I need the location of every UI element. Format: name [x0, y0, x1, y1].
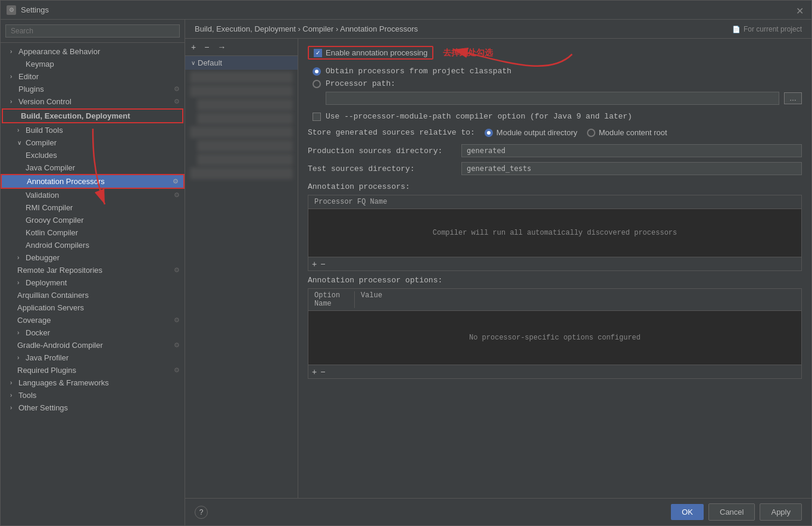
processor-path-input[interactable] — [326, 92, 779, 105]
navigate-profile-button[interactable]: → — [215, 41, 228, 53]
gear-icon: ⚙ — [174, 98, 180, 105]
sidebar-item-remote-jar[interactable]: Remote Jar Repositories ⚙ — [1, 264, 185, 276]
sidebar-item-java-profiler[interactable]: › Java Profiler — [1, 351, 185, 364]
processor-module-path-row: Use --processor-module-path compiler opt… — [313, 112, 802, 121]
annotation-processors-table: Processor FQ Name Compiler will run all … — [308, 195, 802, 271]
sidebar-item-java-compiler[interactable]: Java Compiler — [1, 161, 185, 174]
sidebar-item-compiler[interactable]: ∨ Compiler — [1, 136, 185, 149]
search-box — [1, 20, 185, 43]
blurred-profile-row — [197, 113, 293, 125]
processor-path-radio[interactable] — [313, 80, 321, 88]
panel-body: + − → ∨ Default — [185, 39, 811, 498]
sidebar-item-languages[interactable]: › Languages & Frameworks — [1, 376, 185, 389]
profile-item-default[interactable]: ∨ Default — [185, 56, 298, 70]
enable-annotation-checkbox-wrap: Enable annotation processing — [308, 46, 433, 60]
sidebar-item-gradle-android[interactable]: Gradle-Android Compiler ⚙ — [1, 339, 185, 351]
gear-icon: ⚙ — [174, 85, 180, 93]
sidebar-item-editor[interactable]: › Editor — [1, 70, 185, 83]
enable-annotation-checkbox[interactable] — [314, 49, 322, 57]
obtain-processors-radio[interactable] — [313, 67, 321, 76]
sidebar-item-version-control[interactable]: › Version Control ⚙ — [1, 95, 185, 108]
sidebar-item-required-plugins[interactable]: Required Plugins ⚙ — [1, 364, 185, 376]
store-generated-row: Store generated sources relative to: Mod… — [308, 128, 802, 137]
sidebar-item-appearance[interactable]: › Appearance & Behavior — [1, 45, 185, 58]
sidebar-item-build-exec[interactable]: Build, Execution, Deployment — [2, 108, 183, 123]
gear-icon: ⚙ — [173, 178, 179, 185]
profile-list: ∨ Default — [185, 56, 298, 498]
sidebar-item-android-compilers[interactable]: Android Compilers — [1, 239, 185, 251]
blurred-profile-row — [190, 167, 293, 179]
annotation-processors-table-body: Compiler will run all automatically disc… — [308, 209, 801, 257]
sidebar-item-rmi-compiler[interactable]: RMI Compiler — [1, 201, 185, 214]
blurred-profile-row — [190, 71, 293, 83]
production-sources-input[interactable] — [461, 144, 802, 157]
blurred-profile-row — [197, 99, 293, 111]
sidebar-item-arquillian[interactable]: Arquillian Containers — [1, 289, 185, 301]
sidebar-item-validation[interactable]: Validation ⚙ — [1, 189, 185, 201]
annotation-note: 去掉此处勾选 — [443, 48, 493, 58]
remove-profile-button[interactable]: − — [202, 41, 211, 53]
sidebar-item-keymap[interactable]: Keymap — [1, 58, 185, 70]
add-option-button[interactable]: + — [312, 367, 317, 376]
module-output-option: Module output directory — [485, 128, 577, 137]
sidebar-item-debugger[interactable]: › Debugger — [1, 251, 185, 264]
settings-panel: Enable annotation processing 去掉此处勾选 Obta… — [298, 39, 811, 498]
module-output-label: Module output directory — [496, 128, 577, 137]
processor-path-label: Processor path: — [326, 79, 395, 88]
breadcrumb-bar: Build, Execution, Deployment › Compiler … — [185, 20, 811, 39]
tree-items: › Appearance & Behavior Keymap › Editor … — [1, 43, 185, 525]
add-processor-button[interactable]: + — [312, 259, 317, 269]
arrow-icon: › — [10, 48, 16, 55]
sidebar-item-excludes[interactable]: Excludes — [1, 149, 185, 161]
annotation-processor-options-toolbar: + − — [308, 365, 801, 378]
processor-module-path-checkbox[interactable] — [313, 113, 321, 121]
browse-button[interactable]: … — [784, 92, 802, 104]
remove-processor-button[interactable]: − — [320, 259, 325, 269]
gear-icon: ⚙ — [174, 266, 180, 274]
annotation-processors-section-label: Annotation processors: — [308, 182, 802, 191]
test-sources-input[interactable] — [461, 162, 802, 175]
sidebar-item-app-servers[interactable]: Application Servers — [1, 301, 185, 314]
sidebar-item-tools[interactable]: › Tools — [1, 389, 185, 401]
annotation-processor-options-body: No processor-specific options configured — [308, 311, 801, 365]
sidebar-item-groovy-compiler[interactable]: Groovy Compiler — [1, 214, 185, 226]
cancel-button[interactable]: Cancel — [708, 503, 755, 521]
test-sources-label: Test sources directory: — [308, 164, 457, 173]
bottom-bar: ? OK Cancel Apply — [185, 498, 811, 525]
module-content-radio[interactable] — [587, 129, 595, 137]
test-sources-row: Test sources directory: — [308, 162, 802, 175]
ok-button[interactable]: OK — [671, 504, 704, 520]
sidebar-item-coverage[interactable]: Coverage ⚙ — [1, 314, 185, 326]
remove-option-button[interactable]: − — [320, 367, 325, 376]
annotation-processors-toolbar: + − — [308, 257, 801, 270]
gear-icon: ⚙ — [174, 191, 180, 199]
options-empty-msg: No processor-specific options configured — [469, 334, 641, 342]
module-output-radio[interactable] — [485, 129, 493, 137]
obtain-processors-label: Obtain processors from project classpath — [326, 67, 511, 76]
option-value-header: Value — [355, 291, 382, 308]
help-button[interactable]: ? — [195, 506, 208, 519]
close-button[interactable]: ✕ — [796, 5, 805, 15]
store-generated-label: Store generated sources relative to: — [308, 128, 475, 137]
right-panel: Build, Execution, Deployment › Compiler … — [185, 20, 811, 525]
add-profile-button[interactable]: + — [189, 41, 198, 53]
annotation-processor-options-table: Option Name Value No processor-specific … — [308, 288, 802, 379]
sidebar-item-build-tools[interactable]: › Build Tools — [1, 124, 185, 136]
gear-icon: ⚙ — [174, 316, 180, 324]
production-sources-row: Production sources directory: — [308, 144, 802, 157]
sidebar-item-deployment[interactable]: › Deployment — [1, 276, 185, 289]
search-input[interactable] — [5, 24, 180, 38]
blurred-profile-row — [197, 140, 293, 152]
sidebar-item-kotlin-compiler[interactable]: Kotlin Compiler — [1, 226, 185, 239]
sidebar-item-docker[interactable]: › Docker — [1, 326, 185, 339]
annotation-processor-options-label: Annotation processor options: — [308, 276, 802, 285]
annotation-processors-table-header: Processor FQ Name — [308, 195, 801, 209]
sidebar-item-annotation-processors[interactable]: Annotation Processors ⚙ — [1, 174, 185, 189]
sidebar-item-other-settings[interactable]: › Other Settings — [1, 401, 185, 414]
apply-button[interactable]: Apply — [760, 503, 802, 521]
blurred-profile-row — [190, 85, 293, 97]
profile-toolbar: + − → — [185, 39, 298, 56]
app-icon: ⚙ — [7, 5, 16, 15]
blurred-profile-row — [190, 126, 293, 138]
sidebar-item-plugins[interactable]: Plugins ⚙ — [1, 83, 185, 95]
